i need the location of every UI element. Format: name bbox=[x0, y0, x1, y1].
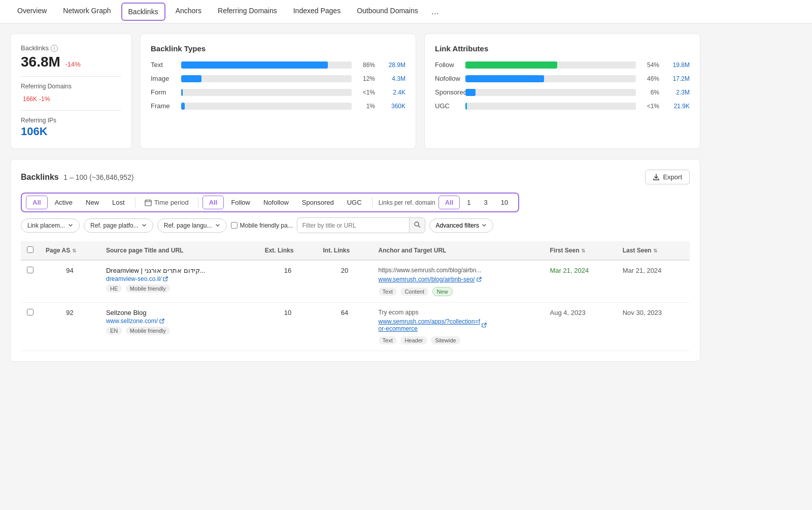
backlinks-change: -14% bbox=[65, 60, 80, 68]
tag-content: Content bbox=[400, 288, 428, 296]
ref-page-platform-dropdown[interactable]: Ref. page platfo... bbox=[84, 218, 153, 233]
filter-lpr-all[interactable]: All bbox=[438, 196, 460, 209]
link-attributes-card: Link Attributes Follow 54% 19.8M Nofollo… bbox=[424, 34, 700, 149]
filter-ugc[interactable]: UGC bbox=[341, 196, 368, 209]
filter-sponsored[interactable]: Sponsored bbox=[296, 196, 340, 209]
referring-domains-value: 166K-1% bbox=[21, 91, 50, 104]
filter-row-1: All Active New Lost Time period All Foll… bbox=[21, 193, 519, 212]
stats-card-backlinks: Backlinks i 36.8M -14% Referring Domains… bbox=[10, 34, 132, 149]
row2-int-links: 64 bbox=[317, 303, 372, 351]
row1-url[interactable]: dreamview-seo.co.il/ bbox=[106, 275, 253, 282]
row2-checkbox-cell bbox=[21, 303, 40, 351]
backlinks-table-section: Backlinks 1 – 100 (~36,846,952) Export A… bbox=[10, 159, 700, 362]
filter-lost-status[interactable]: Lost bbox=[106, 196, 131, 209]
external-link-icon-4 bbox=[482, 323, 487, 328]
filter-follow[interactable]: Follow bbox=[225, 196, 256, 209]
time-period-button[interactable]: Time period bbox=[140, 196, 194, 209]
nav-item-outbound-domains[interactable]: Outbound Domains bbox=[350, 1, 425, 22]
link-placement-dropdown[interactable]: Link placem... bbox=[21, 218, 80, 233]
filter-lpr-3[interactable]: 3 bbox=[478, 196, 494, 209]
select-all-checkbox[interactable] bbox=[27, 246, 33, 253]
row1-link-tags: Text Content New bbox=[379, 285, 538, 296]
table-count: 1 – 100 (~36,846,952) bbox=[63, 173, 133, 181]
row1-checkbox[interactable] bbox=[27, 267, 33, 273]
nav-item-overview[interactable]: Overview bbox=[10, 1, 54, 22]
row1-target-url[interactable]: www.semrush.com/blog/airbnb-seo/ bbox=[379, 276, 538, 283]
search-input[interactable] bbox=[297, 219, 409, 232]
row1-first-seen: Mar 21, 2024 bbox=[544, 260, 617, 303]
svg-rect-0 bbox=[145, 200, 151, 206]
sort-page-as-icon[interactable]: ⇅ bbox=[72, 248, 76, 253]
tag-text-1: Text bbox=[379, 288, 397, 296]
sort-first-seen-icon[interactable]: ⇅ bbox=[581, 248, 585, 253]
row1-last-seen: Mar 21, 2024 bbox=[617, 260, 690, 303]
title-url-filter bbox=[297, 217, 425, 233]
col-ext-links: Ext. Links bbox=[259, 241, 317, 260]
row2-first-seen: Aug 4, 2023 bbox=[544, 303, 617, 351]
filter-all-link[interactable]: All bbox=[202, 196, 224, 209]
row2-url[interactable]: www.sellzone.com/ bbox=[106, 317, 253, 325]
row2-source: Sellzone Blog www.sellzone.com/ EN Mobil… bbox=[100, 303, 259, 351]
row2-ext-links: 10 bbox=[259, 303, 317, 351]
filter-lpr-10[interactable]: 10 bbox=[495, 196, 514, 209]
col-source-title: Source page Title and URL bbox=[100, 241, 259, 260]
nav-item-network-graph[interactable]: Network Graph bbox=[56, 1, 118, 22]
nav-more[interactable]: ... bbox=[427, 0, 443, 23]
referring-ips-label: Referring IPs bbox=[21, 117, 121, 124]
row1-ext-links: 16 bbox=[259, 260, 317, 303]
mobile-friendly-filter[interactable]: Mobile friendly pa... bbox=[231, 222, 293, 229]
chevron-down-icon-3 bbox=[215, 223, 220, 228]
col-anchor-url: Anchor and Target URL bbox=[373, 241, 544, 260]
nav-item-backlinks[interactable]: Backlinks bbox=[121, 3, 165, 21]
row1-page-as: 94 bbox=[40, 260, 100, 303]
links-per-domain-label: Links per ref. domain bbox=[377, 199, 437, 206]
advanced-filters-button[interactable]: Advanced filters bbox=[429, 218, 493, 233]
filter-separator-3 bbox=[372, 198, 373, 208]
filter-lpr-1[interactable]: 1 bbox=[461, 196, 477, 209]
table-row: 92 Sellzone Blog www.sellzone.com/ EN Mo… bbox=[21, 303, 690, 351]
type-row-frame: Frame 1% 360K bbox=[151, 102, 405, 110]
search-icon[interactable] bbox=[409, 218, 425, 233]
row2-title: Sellzone Blog bbox=[106, 309, 253, 316]
tag-sitewide: Sitewide bbox=[431, 336, 460, 344]
tag-en: EN bbox=[106, 327, 122, 335]
filter-new-status[interactable]: New bbox=[80, 196, 105, 209]
type-row-form: Form <1% 2.4K bbox=[151, 88, 405, 96]
chevron-down-icon-2 bbox=[142, 223, 147, 228]
tag-text-2: Text bbox=[379, 336, 397, 344]
ref-page-language-dropdown[interactable]: Ref. page langu... bbox=[157, 218, 227, 233]
backlinks-label: Backlinks i bbox=[21, 44, 121, 52]
nav-item-indexed-pages[interactable]: Indexed Pages bbox=[286, 1, 348, 22]
nav-item-referring-domains[interactable]: Referring Domains bbox=[211, 1, 284, 22]
info-icon[interactable]: i bbox=[51, 45, 58, 52]
row2-tags: EN Mobile friendly bbox=[106, 325, 253, 335]
row2-target-url[interactable]: www.semrush.com/apps/?collection=for-eco… bbox=[379, 318, 538, 332]
filter-all-status[interactable]: All bbox=[26, 196, 48, 209]
table-title: Backlinks bbox=[21, 173, 59, 181]
tag-header: Header bbox=[400, 336, 427, 344]
col-int-links: Int. Links bbox=[317, 241, 372, 260]
nav-item-anchors[interactable]: Anchors bbox=[168, 1, 209, 22]
col-page-as: Page AS ⇅ bbox=[40, 241, 100, 260]
filter-separator-2 bbox=[198, 198, 198, 208]
external-link-icon-2 bbox=[477, 277, 482, 282]
main-content: Backlinks i 36.8M -14% Referring Domains… bbox=[0, 23, 710, 372]
chevron-down-icon-4 bbox=[482, 223, 487, 228]
col-last-seen: Last Seen ⇅ bbox=[617, 241, 690, 260]
row2-last-seen: Nov 30, 2023 bbox=[617, 303, 690, 351]
type-row-image: Image 12% 4.3M bbox=[151, 75, 405, 82]
backlink-types-card: Backlink Types Text 86% 28.9M Image 12% … bbox=[140, 34, 416, 149]
chevron-down-icon bbox=[68, 223, 73, 228]
mobile-friendly-checkbox[interactable] bbox=[231, 222, 238, 229]
filter-nofollow[interactable]: Nofollow bbox=[257, 196, 295, 209]
row2-checkbox[interactable] bbox=[27, 309, 33, 315]
stats-row: Backlinks i 36.8M -14% Referring Domains… bbox=[10, 34, 700, 149]
filter-active-status[interactable]: Active bbox=[49, 196, 79, 209]
attr-row-nofollow: Nofollow 46% 17.2M bbox=[435, 75, 690, 82]
backlinks-data-table: Page AS ⇅ Source page Title and URL Ext.… bbox=[21, 241, 690, 351]
export-button[interactable]: Export bbox=[645, 170, 690, 184]
col-first-seen: First Seen ⇅ bbox=[544, 241, 617, 260]
row1-title: Dreamview | קידום אתרים אורגני... bbox=[106, 267, 253, 274]
tag-mobile-friendly-1: Mobile friendly bbox=[126, 284, 170, 293]
sort-last-seen-icon[interactable]: ⇅ bbox=[653, 248, 657, 253]
